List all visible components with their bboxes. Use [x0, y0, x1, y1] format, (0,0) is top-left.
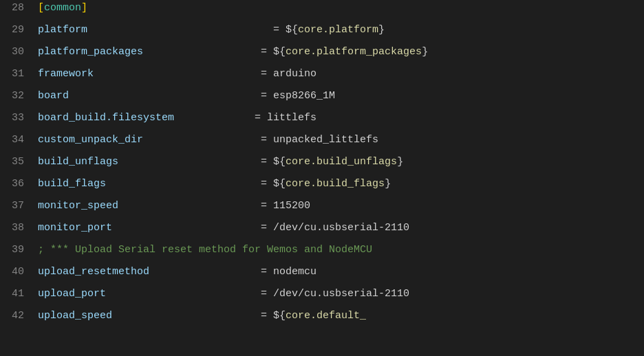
- line-number: 30: [0, 44, 38, 60]
- code-line: 41upload_port = /dev/cu.usbserial-2110: [0, 286, 644, 308]
- token: nodemcu: [273, 266, 316, 278]
- token: ]: [81, 2, 87, 14]
- line-content: platform = ${core.platform}: [38, 22, 644, 38]
- token: upload_speed: [38, 310, 112, 322]
- token: esp8266_1M: [273, 90, 335, 102]
- line-content: upload_port = /dev/cu.usbserial-2110: [38, 286, 644, 302]
- line-number: 42: [0, 308, 38, 324]
- token: ${: [286, 24, 298, 36]
- token: =: [149, 266, 273, 278]
- line-content: framework = arduino: [38, 66, 644, 82]
- token: littlefs: [267, 112, 316, 124]
- token: =: [118, 156, 273, 168]
- token: custom_unpack_dir: [38, 134, 143, 146]
- line-number: 31: [0, 66, 38, 82]
- code-line: 28[common]: [0, 0, 644, 22]
- code-line: 40upload_resetmethod = nodemcu: [0, 264, 644, 286]
- token: ; *** Upload Serial reset method for Wem…: [38, 244, 372, 256]
- token: =: [94, 68, 273, 80]
- line-content: board = esp8266_1M: [38, 88, 644, 104]
- line-number: 34: [0, 132, 38, 148]
- token: =: [174, 112, 267, 124]
- token: core.build_flags: [286, 178, 385, 190]
- token: upload_resetmethod: [38, 266, 149, 278]
- code-line: 31framework = arduino: [0, 66, 644, 88]
- line-number: 36: [0, 176, 38, 192]
- line-content: ; *** Upload Serial reset method for Wem…: [38, 242, 644, 258]
- code-line: 29platform = ${core.platform}: [0, 22, 644, 44]
- token: ${: [273, 156, 286, 168]
- code-line: 30platform_packages = ${core.platform_pa…: [0, 44, 644, 66]
- line-content: board_build.filesystem = littlefs: [38, 110, 644, 126]
- token: ${: [273, 310, 286, 322]
- token: =: [118, 200, 273, 212]
- line-number: 39: [0, 242, 38, 258]
- code-line: 35build_unflags = ${core.build_unflags}: [0, 154, 644, 176]
- line-content: upload_speed = ${core.default_: [38, 308, 644, 324]
- code-line: 42upload_speed = ${core.default_: [0, 308, 644, 330]
- token: }: [385, 178, 391, 190]
- token: [: [38, 2, 44, 14]
- line-number: 32: [0, 88, 38, 104]
- token: framework: [38, 68, 94, 80]
- line-number: 37: [0, 198, 38, 214]
- token: =: [112, 310, 273, 322]
- token: core.platform_packages: [286, 46, 422, 58]
- line-content: monitor_port = /dev/cu.usbserial-2110: [38, 220, 644, 236]
- token: build_flags: [38, 178, 106, 190]
- line-content: [common]: [38, 0, 644, 16]
- code-line: 38monitor_port = /dev/cu.usbserial-2110: [0, 220, 644, 242]
- token: ${: [273, 178, 286, 190]
- line-number: 29: [0, 22, 38, 38]
- line-content: build_flags = ${core.build_flags}: [38, 176, 644, 192]
- code-line: 33board_build.filesystem = littlefs: [0, 110, 644, 132]
- line-content: upload_resetmethod = nodemcu: [38, 264, 644, 280]
- token: core.build_unflags: [286, 156, 397, 168]
- line-number: 38: [0, 220, 38, 236]
- token: monitor_port: [38, 222, 112, 234]
- token: /dev/cu.usbserial-2110: [273, 222, 409, 234]
- line-content: custom_unpack_dir = unpacked_littlefs: [38, 132, 644, 148]
- token: =: [143, 134, 273, 146]
- token: platform_packages: [38, 46, 143, 58]
- token: board: [38, 90, 69, 102]
- line-content: build_unflags = ${core.build_unflags}: [38, 154, 644, 170]
- token: platform: [38, 24, 87, 36]
- token: =: [106, 178, 273, 190]
- token: monitor_speed: [38, 200, 118, 212]
- token: =: [106, 288, 273, 300]
- token: }: [378, 24, 385, 36]
- line-number: 41: [0, 286, 38, 302]
- token: upload_port: [38, 288, 106, 300]
- token: /dev/cu.usbserial-2110: [273, 288, 409, 300]
- token: unpacked_littlefs: [273, 134, 378, 146]
- token: core.default_: [286, 310, 366, 322]
- token: =: [69, 90, 273, 102]
- token: 115200: [273, 200, 310, 212]
- token: common: [44, 2, 81, 14]
- code-editor: 28[common]29platform = ${core.platform}3…: [0, 0, 644, 356]
- line-number: 35: [0, 154, 38, 170]
- line-number: 28: [0, 0, 38, 16]
- code-line: 37monitor_speed = 115200: [0, 198, 644, 220]
- code-line: 36build_flags = ${core.build_flags}: [0, 176, 644, 198]
- code-line: 34custom_unpack_dir = unpacked_littlefs: [0, 132, 644, 154]
- token: ${: [273, 46, 286, 58]
- token: =: [112, 222, 273, 234]
- token: core.platform: [298, 24, 378, 36]
- line-content: platform_packages = ${core.platform_pack…: [38, 44, 644, 60]
- line-content: monitor_speed = 115200: [38, 198, 644, 214]
- code-line: 32board = esp8266_1M: [0, 88, 644, 110]
- token: board_build.filesystem: [38, 112, 174, 124]
- token: build_unflags: [38, 156, 118, 168]
- token: }: [422, 46, 428, 58]
- line-number: 40: [0, 264, 38, 280]
- token: =: [87, 24, 286, 36]
- token: arduino: [273, 68, 316, 80]
- token: }: [397, 156, 403, 168]
- code-line: 39; *** Upload Serial reset method for W…: [0, 242, 644, 264]
- token: =: [143, 46, 273, 58]
- line-number: 33: [0, 110, 38, 126]
